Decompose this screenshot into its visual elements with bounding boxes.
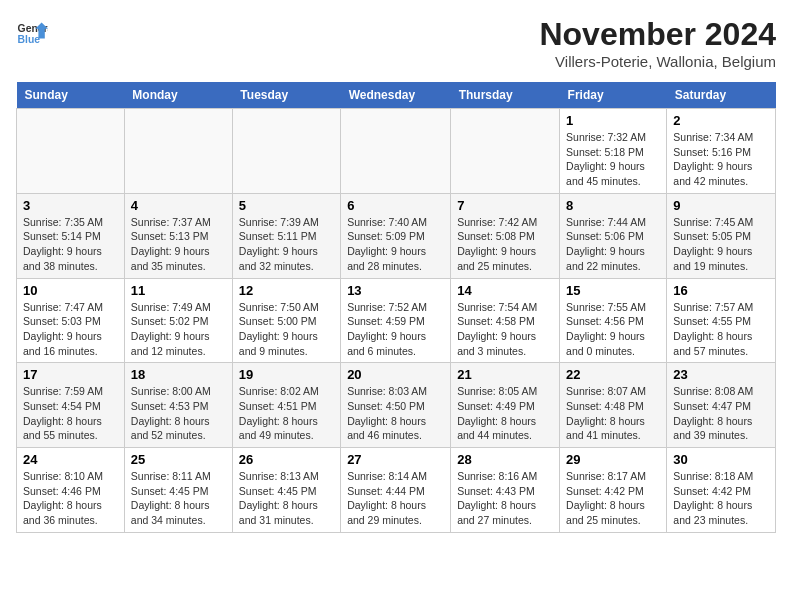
day-info: Sunrise: 8:08 AM Sunset: 4:47 PM Dayligh…: [673, 384, 769, 443]
weekday-wednesday: Wednesday: [341, 82, 451, 109]
weekday-monday: Monday: [124, 82, 232, 109]
day-number: 17: [23, 367, 118, 382]
day-number: 1: [566, 113, 660, 128]
day-number: 21: [457, 367, 553, 382]
day-info: Sunrise: 7:59 AM Sunset: 4:54 PM Dayligh…: [23, 384, 118, 443]
calendar-cell: 11Sunrise: 7:49 AM Sunset: 5:02 PM Dayli…: [124, 278, 232, 363]
calendar-cell: 17Sunrise: 7:59 AM Sunset: 4:54 PM Dayli…: [17, 363, 125, 448]
day-info: Sunrise: 8:10 AM Sunset: 4:46 PM Dayligh…: [23, 469, 118, 528]
calendar-cell: 21Sunrise: 8:05 AM Sunset: 4:49 PM Dayli…: [451, 363, 560, 448]
calendar-cell: 14Sunrise: 7:54 AM Sunset: 4:58 PM Dayli…: [451, 278, 560, 363]
calendar-cell: [341, 109, 451, 194]
day-number: 6: [347, 198, 444, 213]
weekday-saturday: Saturday: [667, 82, 776, 109]
day-info: Sunrise: 8:17 AM Sunset: 4:42 PM Dayligh…: [566, 469, 660, 528]
calendar-cell: [451, 109, 560, 194]
calendar-cell: [124, 109, 232, 194]
location-subtitle: Villers-Poterie, Wallonia, Belgium: [539, 53, 776, 70]
title-area: November 2024 Villers-Poterie, Wallonia,…: [539, 16, 776, 70]
calendar-header: Sunday Monday Tuesday Wednesday Thursday…: [17, 82, 776, 109]
day-info: Sunrise: 7:45 AM Sunset: 5:05 PM Dayligh…: [673, 215, 769, 274]
calendar-cell: 20Sunrise: 8:03 AM Sunset: 4:50 PM Dayli…: [341, 363, 451, 448]
day-info: Sunrise: 7:32 AM Sunset: 5:18 PM Dayligh…: [566, 130, 660, 189]
day-info: Sunrise: 8:16 AM Sunset: 4:43 PM Dayligh…: [457, 469, 553, 528]
day-number: 16: [673, 283, 769, 298]
day-info: Sunrise: 8:11 AM Sunset: 4:45 PM Dayligh…: [131, 469, 226, 528]
day-info: Sunrise: 7:57 AM Sunset: 4:55 PM Dayligh…: [673, 300, 769, 359]
weekday-tuesday: Tuesday: [232, 82, 340, 109]
calendar-cell: 26Sunrise: 8:13 AM Sunset: 4:45 PM Dayli…: [232, 448, 340, 533]
calendar-cell: 12Sunrise: 7:50 AM Sunset: 5:00 PM Dayli…: [232, 278, 340, 363]
calendar-cell: 7Sunrise: 7:42 AM Sunset: 5:08 PM Daylig…: [451, 193, 560, 278]
day-number: 15: [566, 283, 660, 298]
day-number: 5: [239, 198, 334, 213]
weekday-sunday: Sunday: [17, 82, 125, 109]
logo-icon: General Blue: [16, 16, 48, 48]
day-number: 25: [131, 452, 226, 467]
svg-text:Blue: Blue: [18, 34, 41, 45]
calendar-cell: 1Sunrise: 7:32 AM Sunset: 5:18 PM Daylig…: [560, 109, 667, 194]
day-info: Sunrise: 7:40 AM Sunset: 5:09 PM Dayligh…: [347, 215, 444, 274]
calendar-cell: 8Sunrise: 7:44 AM Sunset: 5:06 PM Daylig…: [560, 193, 667, 278]
day-info: Sunrise: 7:55 AM Sunset: 4:56 PM Dayligh…: [566, 300, 660, 359]
day-number: 11: [131, 283, 226, 298]
day-number: 8: [566, 198, 660, 213]
weekday-thursday: Thursday: [451, 82, 560, 109]
calendar-cell: [232, 109, 340, 194]
calendar-cell: 27Sunrise: 8:14 AM Sunset: 4:44 PM Dayli…: [341, 448, 451, 533]
day-number: 19: [239, 367, 334, 382]
day-number: 20: [347, 367, 444, 382]
day-number: 26: [239, 452, 334, 467]
calendar-cell: 2Sunrise: 7:34 AM Sunset: 5:16 PM Daylig…: [667, 109, 776, 194]
day-info: Sunrise: 7:52 AM Sunset: 4:59 PM Dayligh…: [347, 300, 444, 359]
day-info: Sunrise: 7:37 AM Sunset: 5:13 PM Dayligh…: [131, 215, 226, 274]
calendar-cell: 23Sunrise: 8:08 AM Sunset: 4:47 PM Dayli…: [667, 363, 776, 448]
day-info: Sunrise: 7:50 AM Sunset: 5:00 PM Dayligh…: [239, 300, 334, 359]
calendar-cell: 15Sunrise: 7:55 AM Sunset: 4:56 PM Dayli…: [560, 278, 667, 363]
calendar-cell: [17, 109, 125, 194]
day-number: 3: [23, 198, 118, 213]
calendar-cell: 5Sunrise: 7:39 AM Sunset: 5:11 PM Daylig…: [232, 193, 340, 278]
calendar-table: Sunday Monday Tuesday Wednesday Thursday…: [16, 82, 776, 533]
day-number: 29: [566, 452, 660, 467]
day-info: Sunrise: 7:34 AM Sunset: 5:16 PM Dayligh…: [673, 130, 769, 189]
day-info: Sunrise: 7:39 AM Sunset: 5:11 PM Dayligh…: [239, 215, 334, 274]
day-info: Sunrise: 8:03 AM Sunset: 4:50 PM Dayligh…: [347, 384, 444, 443]
calendar-cell: 10Sunrise: 7:47 AM Sunset: 5:03 PM Dayli…: [17, 278, 125, 363]
day-number: 28: [457, 452, 553, 467]
month-title: November 2024: [539, 16, 776, 53]
calendar-cell: 30Sunrise: 8:18 AM Sunset: 4:42 PM Dayli…: [667, 448, 776, 533]
calendar-cell: 6Sunrise: 7:40 AM Sunset: 5:09 PM Daylig…: [341, 193, 451, 278]
day-number: 7: [457, 198, 553, 213]
header: General Blue November 2024 Villers-Poter…: [16, 16, 776, 70]
day-info: Sunrise: 8:07 AM Sunset: 4:48 PM Dayligh…: [566, 384, 660, 443]
day-number: 4: [131, 198, 226, 213]
calendar-cell: 18Sunrise: 8:00 AM Sunset: 4:53 PM Dayli…: [124, 363, 232, 448]
day-info: Sunrise: 7:49 AM Sunset: 5:02 PM Dayligh…: [131, 300, 226, 359]
calendar-cell: 25Sunrise: 8:11 AM Sunset: 4:45 PM Dayli…: [124, 448, 232, 533]
calendar-cell: 4Sunrise: 7:37 AM Sunset: 5:13 PM Daylig…: [124, 193, 232, 278]
calendar-cell: 19Sunrise: 8:02 AM Sunset: 4:51 PM Dayli…: [232, 363, 340, 448]
day-info: Sunrise: 7:44 AM Sunset: 5:06 PM Dayligh…: [566, 215, 660, 274]
day-number: 18: [131, 367, 226, 382]
day-number: 24: [23, 452, 118, 467]
day-info: Sunrise: 8:18 AM Sunset: 4:42 PM Dayligh…: [673, 469, 769, 528]
calendar-cell: 16Sunrise: 7:57 AM Sunset: 4:55 PM Dayli…: [667, 278, 776, 363]
calendar-cell: 22Sunrise: 8:07 AM Sunset: 4:48 PM Dayli…: [560, 363, 667, 448]
day-number: 30: [673, 452, 769, 467]
logo: General Blue: [16, 16, 48, 48]
calendar-cell: 9Sunrise: 7:45 AM Sunset: 5:05 PM Daylig…: [667, 193, 776, 278]
calendar-body: 1Sunrise: 7:32 AM Sunset: 5:18 PM Daylig…: [17, 109, 776, 533]
day-number: 9: [673, 198, 769, 213]
day-number: 23: [673, 367, 769, 382]
day-number: 2: [673, 113, 769, 128]
day-info: Sunrise: 7:42 AM Sunset: 5:08 PM Dayligh…: [457, 215, 553, 274]
day-number: 10: [23, 283, 118, 298]
weekday-friday: Friday: [560, 82, 667, 109]
day-info: Sunrise: 8:02 AM Sunset: 4:51 PM Dayligh…: [239, 384, 334, 443]
day-number: 14: [457, 283, 553, 298]
day-number: 13: [347, 283, 444, 298]
day-number: 22: [566, 367, 660, 382]
day-info: Sunrise: 7:54 AM Sunset: 4:58 PM Dayligh…: [457, 300, 553, 359]
day-number: 12: [239, 283, 334, 298]
